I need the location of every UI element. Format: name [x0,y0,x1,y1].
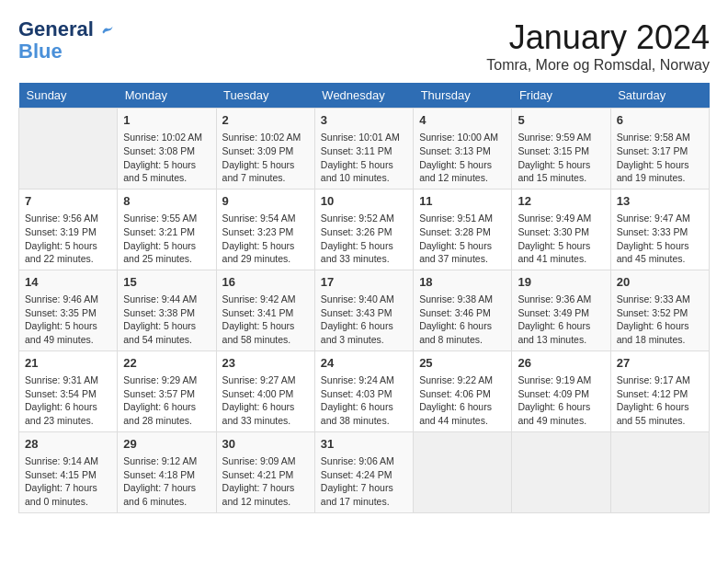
daylight-text: Daylight: 5 hours and 49 minutes. [25,320,97,345]
day-number: 20 [617,274,703,291]
sunrise-text: Sunrise: 9:27 AM [222,374,296,385]
sunrise-text: Sunrise: 9:24 AM [321,374,394,385]
title-block: January 2024 Tomra, More og Romsdal, Nor… [486,18,710,74]
sunrise-text: Sunrise: 9:12 AM [123,455,197,466]
day-number: 5 [518,112,604,129]
logo-blue-text: Blue [18,40,63,63]
sunset-text: Sunset: 3:52 PM [617,307,688,318]
daylight-text: Daylight: 7 hours and 0 minutes. [25,482,97,507]
sunset-text: Sunset: 3:21 PM [123,226,195,237]
calendar-cell: 4Sunrise: 10:00 AMSunset: 3:13 PMDayligh… [414,109,512,190]
sunrise-text: Sunrise: 9:54 AM [222,213,296,224]
daylight-text: Daylight: 5 hours and 15 minutes. [518,159,590,184]
sunset-text: Sunset: 3:11 PM [321,145,392,156]
logo-bird-icon [101,24,114,37]
day-number: 17 [321,274,407,291]
sunrise-text: Sunrise: 10:00 AM [419,132,498,143]
day-number: 21 [25,355,111,372]
calendar-cell: 18Sunrise: 9:38 AMSunset: 3:46 PMDayligh… [414,270,512,350]
calendar-cell: 21Sunrise: 9:31 AMSunset: 3:54 PMDayligh… [19,350,118,431]
sunrise-text: Sunrise: 9:40 AM [321,293,394,304]
header-tuesday: Tuesday [216,83,314,109]
daylight-text: Daylight: 7 hours and 6 minutes. [123,482,196,507]
calendar-cell: 12Sunrise: 9:49 AMSunset: 3:30 PMDayligh… [512,189,610,270]
daylight-text: Daylight: 5 hours and 33 minutes. [321,240,393,265]
calendar-cell [512,431,610,512]
calendar-cell: 10Sunrise: 9:52 AMSunset: 3:26 PMDayligh… [314,189,413,270]
daylight-text: Daylight: 7 hours and 17 minutes. [321,482,393,507]
sunset-text: Sunset: 3:19 PM [25,226,97,237]
calendar-week-row: 28Sunrise: 9:14 AMSunset: 4:15 PMDayligh… [19,431,710,512]
header-wednesday: Wednesday [314,83,413,109]
sunset-text: Sunset: 4:21 PM [222,469,294,480]
calendar-week-row: 14Sunrise: 9:46 AMSunset: 3:35 PMDayligh… [19,270,710,350]
sunrise-text: Sunrise: 10:02 AM [222,132,301,143]
sunset-text: Sunset: 3:54 PM [25,388,97,399]
day-number: 15 [123,274,210,291]
daylight-text: Daylight: 6 hours and 3 minutes. [321,320,393,345]
day-number: 27 [617,355,703,372]
day-number: 31 [321,436,407,453]
calendar-week-row: 1Sunrise: 10:02 AMSunset: 3:08 PMDayligh… [19,109,710,190]
calendar-cell: 30Sunrise: 9:09 AMSunset: 4:21 PMDayligh… [216,431,314,512]
calendar-cell: 23Sunrise: 9:27 AMSunset: 4:00 PMDayligh… [216,350,314,431]
daylight-text: Daylight: 5 hours and 19 minutes. [617,159,689,184]
calendar-cell: 6Sunrise: 9:58 AMSunset: 3:17 PMDaylight… [610,109,709,190]
sunset-text: Sunset: 4:15 PM [25,469,97,480]
calendar-cell: 29Sunrise: 9:12 AMSunset: 4:18 PMDayligh… [118,431,216,512]
calendar-cell: 5Sunrise: 9:59 AMSunset: 3:15 PMDaylight… [512,109,610,190]
day-number: 10 [321,193,407,210]
sunrise-text: Sunrise: 9:47 AM [617,213,690,224]
calendar-cell: 14Sunrise: 9:46 AMSunset: 3:35 PMDayligh… [19,270,118,350]
sunrise-text: Sunrise: 9:56 AM [25,213,98,224]
daylight-text: Daylight: 5 hours and 54 minutes. [123,320,196,345]
sunrise-text: Sunrise: 9:46 AM [25,293,98,304]
sunrise-text: Sunrise: 9:52 AM [321,213,394,224]
day-number: 28 [25,436,111,453]
sunset-text: Sunset: 3:23 PM [222,226,294,237]
daylight-text: Daylight: 6 hours and 55 minutes. [617,401,689,426]
calendar-cell: 20Sunrise: 9:33 AMSunset: 3:52 PMDayligh… [610,270,709,350]
sunrise-text: Sunrise: 9:44 AM [123,293,197,304]
day-number: 23 [222,355,309,372]
daylight-text: Daylight: 6 hours and 49 minutes. [518,401,590,426]
daylight-text: Daylight: 6 hours and 8 minutes. [419,320,492,345]
day-number: 22 [123,355,210,372]
sunset-text: Sunset: 4:09 PM [518,388,589,399]
sunrise-text: Sunrise: 9:38 AM [419,293,493,304]
sunrise-text: Sunrise: 9:29 AM [123,374,197,385]
header-saturday: Saturday [610,83,709,109]
sunset-text: Sunset: 3:30 PM [518,226,589,237]
sunset-text: Sunset: 3:33 PM [617,226,688,237]
sunset-text: Sunset: 4:03 PM [321,388,392,399]
calendar-cell: 26Sunrise: 9:19 AMSunset: 4:09 PMDayligh… [512,350,610,431]
sunrise-text: Sunrise: 9:59 AM [518,132,591,143]
day-number: 14 [25,274,111,291]
calendar-cell [19,109,118,190]
logo: General Blue [18,18,114,63]
daylight-text: Daylight: 5 hours and 10 minutes. [321,159,393,184]
calendar-cell: 7Sunrise: 9:56 AMSunset: 3:19 PMDaylight… [19,189,118,270]
daylight-text: Daylight: 5 hours and 12 minutes. [419,159,492,184]
sunrise-text: Sunrise: 9:22 AM [419,374,493,385]
sunrise-text: Sunrise: 10:01 AM [321,132,400,143]
sunrise-text: Sunrise: 9:09 AM [222,455,296,466]
calendar-cell: 16Sunrise: 9:42 AMSunset: 3:41 PMDayligh… [216,270,314,350]
sunset-text: Sunset: 4:12 PM [617,388,688,399]
sunrise-text: Sunrise: 9:31 AM [25,374,98,385]
calendar-cell: 1Sunrise: 10:02 AMSunset: 3:08 PMDayligh… [118,109,216,190]
daylight-text: Daylight: 5 hours and 5 minutes. [123,159,196,184]
daylight-text: Daylight: 6 hours and 33 minutes. [222,401,295,426]
day-number: 26 [518,355,604,372]
sunrise-text: Sunrise: 9:17 AM [617,374,690,385]
calendar-table: SundayMondayTuesdayWednesdayThursdayFrid… [18,83,710,513]
sunrise-text: Sunrise: 9:58 AM [617,132,690,143]
calendar-cell: 11Sunrise: 9:51 AMSunset: 3:28 PMDayligh… [414,189,512,270]
header-monday: Monday [118,83,216,109]
day-number: 9 [222,193,309,210]
calendar-cell: 25Sunrise: 9:22 AMSunset: 4:06 PMDayligh… [414,350,512,431]
day-number: 13 [617,193,703,210]
sunrise-text: Sunrise: 9:06 AM [321,455,394,466]
sunset-text: Sunset: 3:15 PM [518,145,589,156]
day-number: 4 [419,112,506,129]
